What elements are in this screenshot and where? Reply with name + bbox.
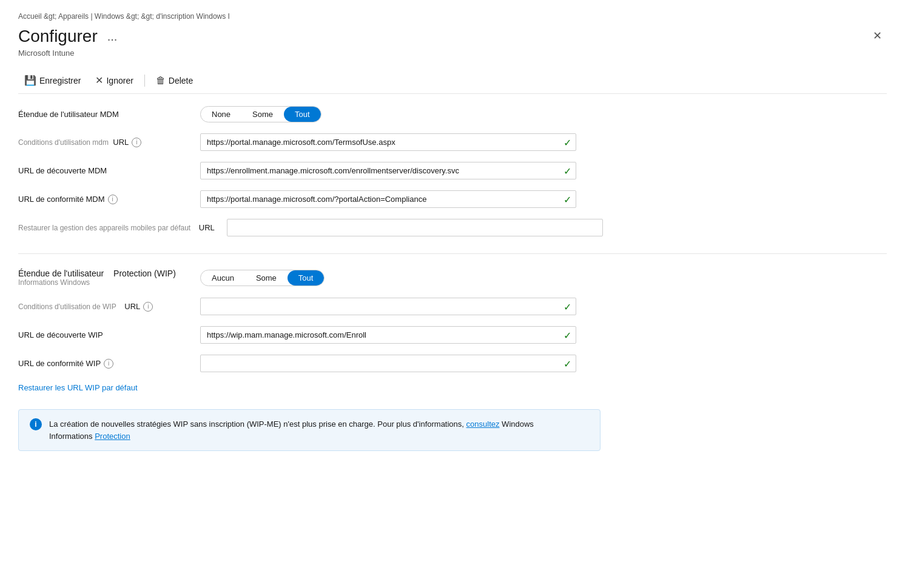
mdm-compliance-label-text: URL de conformité MDM: [18, 195, 105, 204]
save-icon: 💾: [24, 75, 36, 86]
mdm-terms-row: Conditions d'utilisation mdm URL i ✓: [18, 133, 887, 151]
mdm-toggle-some[interactable]: Some: [241, 107, 284, 122]
delete-button[interactable]: 🗑 Delete: [150, 73, 199, 89]
save-button[interactable]: 💾 Enregistrer: [18, 72, 87, 89]
info-box-link2[interactable]: Protection: [95, 432, 130, 441]
toolbar-separator: [144, 75, 145, 87]
mdm-scope-label: Étendue de l'utilisateur MDM: [18, 110, 188, 119]
wip-compliance-label-text: URL de conformité WIP: [18, 359, 101, 368]
page-title: Configurer: [18, 27, 98, 46]
mdm-terms-check-icon: ✓: [564, 136, 571, 148]
wip-compliance-row: URL de conformité WIP i ✓: [18, 355, 887, 372]
wip-scope-label-main: Étendue de l'utilisateur Protection (WIP…: [18, 269, 188, 278]
wip-terms-label: Conditions d'utilisation de WIP URL i: [18, 302, 188, 312]
subtitle: Microsoft Intune: [18, 48, 887, 58]
mdm-restore-sub-label: URL: [199, 223, 215, 232]
mdm-restore-label: Restaurer la gestion des appareils mobil…: [18, 223, 215, 232]
wip-terms-info-icon[interactable]: i: [143, 302, 153, 312]
wip-discovery-url-input[interactable]: [200, 326, 576, 344]
wip-terms-check-icon: ✓: [564, 301, 571, 312]
delete-icon: 🗑: [156, 75, 166, 86]
breadcrumb-accueil[interactable]: Accueil &gt;: [18, 12, 56, 21]
mdm-compliance-row: URL de conformité MDM i ✓: [18, 190, 887, 208]
info-box: i La création de nouvelles stratégies WI…: [18, 409, 601, 451]
mdm-terms-url-input[interactable]: [200, 133, 576, 151]
wip-terms-row: Conditions d'utilisation de WIP URL i ✓: [18, 298, 887, 315]
ellipsis-button[interactable]: ...: [104, 28, 121, 45]
wip-scope-label-block: Étendue de l'utilisateur Protection (WIP…: [18, 269, 188, 287]
wip-compliance-info-icon[interactable]: i: [104, 359, 113, 369]
mdm-toggle-none[interactable]: None: [201, 107, 241, 122]
mdm-terms-main-label: Conditions d'utilisation mdm: [18, 138, 109, 147]
breadcrumb: Accueil &gt; Appareils | Windows &gt; &g…: [18, 12, 887, 21]
wip-compliance-check-icon: ✓: [564, 358, 571, 369]
save-label: Enregistrer: [39, 76, 81, 85]
wip-compliance-url-input[interactable]: [200, 355, 576, 372]
mdm-compliance-info-icon[interactable]: i: [108, 195, 118, 204]
wip-scope-label-text: Étendue de l'utilisateur: [18, 269, 104, 278]
wip-discovery-label: URL de découverte WIP: [18, 330, 188, 339]
mdm-discovery-check-icon: ✓: [564, 165, 571, 176]
info-box-text-part1: La création de nouvelles stratégies WIP …: [49, 419, 464, 429]
wip-compliance-input-wrapper: ✓: [200, 355, 576, 372]
wip-terms-label-text: Conditions d'utilisation de WIP: [18, 302, 116, 311]
wip-restore-row: Restaurer les URL WIP par défaut: [18, 383, 887, 392]
wip-scope-sublabel2: Informations Windows: [18, 278, 188, 287]
wip-terms-url-input[interactable]: [200, 298, 576, 315]
mdm-terms-info-icon[interactable]: i: [132, 138, 141, 147]
mdm-discovery-row: URL de découverte MDM ✓: [18, 162, 887, 179]
mdm-compliance-url-input[interactable]: [200, 190, 576, 208]
mdm-restore-url-input[interactable]: [227, 219, 603, 236]
wip-compliance-label: URL de conformité WIP i: [18, 359, 188, 369]
mdm-restore-row: Restaurer la gestion des appareils mobil…: [18, 219, 887, 236]
mdm-section: Étendue de l'utilisateur MDM None Some T…: [18, 106, 887, 236]
mdm-discovery-url-input[interactable]: [200, 162, 576, 179]
wip-toggle-none[interactable]: Aucun: [201, 270, 245, 286]
info-box-link1[interactable]: consultez: [466, 419, 500, 429]
wip-terms-input-wrapper: ✓: [200, 298, 576, 315]
wip-scope-toggle: Aucun Some Tout: [200, 270, 325, 286]
discard-label: Ignorer: [106, 76, 133, 85]
mdm-scope-row: Étendue de l'utilisateur MDM None Some T…: [18, 106, 887, 122]
mdm-compliance-check-icon: ✓: [564, 193, 571, 205]
mdm-discovery-label-text: URL de découverte MDM: [18, 166, 107, 175]
info-box-icon: i: [30, 418, 42, 430]
mdm-scope-toggle: None Some Tout: [200, 106, 321, 122]
mdm-discovery-label: URL de découverte MDM: [18, 166, 188, 175]
breadcrumb-appareils-label[interactable]: Appareils | Windows &gt;: [58, 12, 139, 21]
wip-restore-link[interactable]: Restaurer les URL WIP par défaut: [18, 383, 138, 392]
mdm-terms-label: Conditions d'utilisation mdm URL i: [18, 138, 188, 147]
toolbar: 💾 Enregistrer ✕ Ignorer 🗑 Delete: [18, 67, 887, 94]
mdm-compliance-input-wrapper: ✓: [200, 190, 576, 208]
wip-discovery-row: URL de découverte WIP ✓: [18, 326, 887, 344]
mdm-terms-label-text: Conditions d'utilisation mdm URL: [18, 138, 129, 147]
mdm-compliance-label: URL de conformité MDM i: [18, 195, 188, 204]
header-row: Configurer ... ✕: [18, 27, 887, 46]
wip-scope-row: Étendue de l'utilisateur Protection (WIP…: [18, 269, 887, 287]
header-left: Configurer ...: [18, 27, 121, 46]
delete-label: Delete: [169, 76, 193, 85]
wip-discovery-label-text: URL de découverte WIP: [18, 330, 103, 339]
mdm-discovery-input-wrapper: ✓: [200, 162, 576, 179]
wip-section: Étendue de l'utilisateur Protection (WIP…: [18, 269, 887, 392]
wip-discovery-input-wrapper: ✓: [200, 326, 576, 344]
wip-toggle-some[interactable]: Some: [245, 270, 288, 286]
wip-discovery-check-icon: ✓: [564, 329, 571, 341]
info-box-text-part2: Informations: [49, 432, 93, 441]
close-button[interactable]: ✕: [868, 27, 887, 45]
page-wrapper: Accueil &gt; Appareils | Windows &gt; &g…: [0, 0, 905, 588]
section-divider: [18, 253, 887, 254]
mdm-restore-input-wrapper: [227, 219, 603, 236]
mdm-terms-sub-label: URL: [113, 138, 129, 147]
wip-terms-sub-label: URL: [124, 302, 140, 311]
discard-button[interactable]: ✕ Ignorer: [89, 72, 139, 89]
mdm-toggle-all[interactable]: Tout: [284, 107, 321, 122]
info-box-windows-label: Windows: [502, 419, 534, 429]
breadcrumb-inscription-label[interactable]: &gt; d'inscription Windows I: [141, 12, 230, 21]
mdm-scope-label-text: Étendue de l'utilisateur MDM: [18, 110, 119, 119]
wip-toggle-all[interactable]: Tout: [288, 270, 325, 286]
wip-scope-sublabel: Protection (WIP): [113, 269, 176, 278]
info-box-text: La création de nouvelles stratégies WIP …: [49, 418, 534, 442]
mdm-restore-label-text: Restaurer la gestion des appareils mobil…: [18, 224, 190, 232]
discard-icon: ✕: [95, 75, 103, 86]
